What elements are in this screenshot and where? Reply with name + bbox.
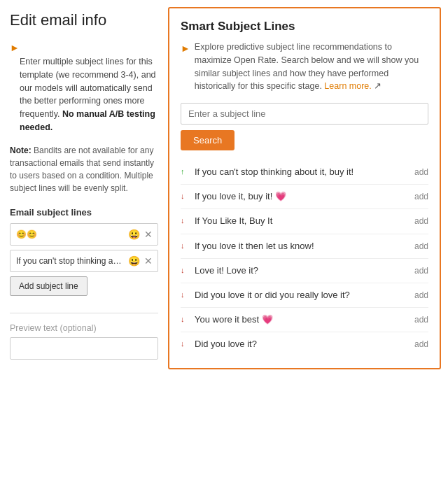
close-button-1[interactable]: ✕: [142, 227, 155, 241]
suggestion-item-7: ↓ Did you love it? add: [181, 332, 428, 356]
subject-line-row-2: If you can't stop thinking abou 😀 ✕: [10, 250, 158, 272]
info-text: Enter multiple subject lines for this te…: [20, 55, 158, 134]
suggestion-item-1: ↓ If you love it, buy it! 💗 add: [181, 185, 428, 209]
note-block: Note: Bandits are not available for any …: [10, 144, 158, 194]
suggestion-text-2: If You Like It, Buy It: [195, 215, 409, 227]
suggestion-list: ↑ If you can't stop thinking about it, b…: [181, 160, 428, 357]
external-link-icon: ↗: [374, 81, 382, 91]
note-text: Bandits are not available for any transa…: [10, 146, 154, 193]
suggestion-text-0: If you can't stop thinking about it, buy…: [195, 166, 409, 178]
suggestion-item-0: ↑ If you can't stop thinking about it, b…: [181, 160, 428, 185]
close-button-2[interactable]: ✕: [142, 254, 155, 268]
emoji-button-1[interactable]: 😀: [126, 227, 142, 241]
subject-line-row: 😊😊 😀 ✕: [10, 223, 158, 246]
trend-down-icon-7: ↓: [181, 339, 190, 348]
subject-lines-label: Email subject lines: [10, 207, 158, 218]
trend-down-icon-5: ↓: [181, 290, 190, 299]
suggestion-text-6: You wore it best 💗: [195, 313, 409, 326]
suggestion-item-2: ↓ If You Like It, Buy It add: [181, 209, 428, 234]
page-title: Edit email info: [10, 11, 158, 29]
trend-down-icon-3: ↓: [181, 241, 190, 250]
add-link-7[interactable]: add: [414, 339, 428, 349]
add-link-0[interactable]: add: [414, 167, 428, 177]
add-link-6[interactable]: add: [414, 315, 428, 325]
suggestion-text-5: Did you love it or did you really love i…: [195, 289, 409, 302]
suggestion-text-4: Love it! Love it?: [195, 264, 409, 277]
add-link-3[interactable]: add: [414, 241, 428, 251]
add-link-2[interactable]: add: [414, 216, 428, 226]
search-button[interactable]: Search: [181, 130, 234, 150]
divider: [10, 313, 158, 313]
smart-bullet-icon: ►: [181, 41, 190, 56]
trend-down-icon-2: ↓: [181, 216, 190, 225]
trend-down-icon-1: ↓: [181, 192, 190, 200]
left-panel: Edit email info ► Enter multiple subject…: [0, 0, 168, 371]
smart-desc-text: Explore predictive subject line recommen…: [195, 41, 428, 93]
bullet-icon: ►: [10, 42, 20, 53]
suggestion-text-7: Did you love it?: [195, 338, 409, 350]
subject-line-text: 😊😊: [13, 229, 126, 239]
suggestion-item-5: ↓ Did you love it or did you really love…: [181, 283, 428, 308]
subject-line-text-2: If you can't stop thinking abou: [13, 256, 126, 266]
subject-line-search-input[interactable]: [181, 103, 428, 125]
emoji-button-2[interactable]: 😀: [126, 254, 142, 268]
smart-subject-title: Smart Subject Lines: [181, 20, 428, 34]
learn-more-link[interactable]: Learn more.: [324, 81, 371, 91]
add-link-1[interactable]: add: [414, 192, 428, 201]
add-link-5[interactable]: add: [414, 290, 428, 300]
note-label: Note:: [10, 146, 31, 155]
add-subject-button[interactable]: Add subject line: [10, 276, 88, 296]
right-panel: Smart Subject Lines ► Explore predictive…: [168, 7, 441, 369]
trend-down-icon-6: ↓: [181, 315, 190, 323]
suggestion-item-6: ↓ You wore it best 💗 add: [181, 308, 428, 332]
suggestion-text-1: If you love it, buy it! 💗: [195, 190, 409, 203]
trend-down-icon-4: ↓: [181, 266, 190, 274]
info-block: ► Enter multiple subject lines for this …: [10, 41, 158, 134]
suggestion-item-3: ↓ If you love it then let us know! add: [181, 234, 428, 259]
trend-up-icon-0: ↑: [181, 167, 190, 176]
preview-text-input[interactable]: [10, 337, 158, 360]
preview-label: Preview text (optional): [10, 323, 158, 333]
suggestion-item-4: ↓ Love it! Love it? add: [181, 259, 428, 283]
add-link-4[interactable]: add: [414, 266, 428, 276]
smart-description: ► Explore predictive subject line recomm…: [181, 41, 428, 93]
suggestion-text-3: If you love it then let us know!: [195, 240, 409, 253]
